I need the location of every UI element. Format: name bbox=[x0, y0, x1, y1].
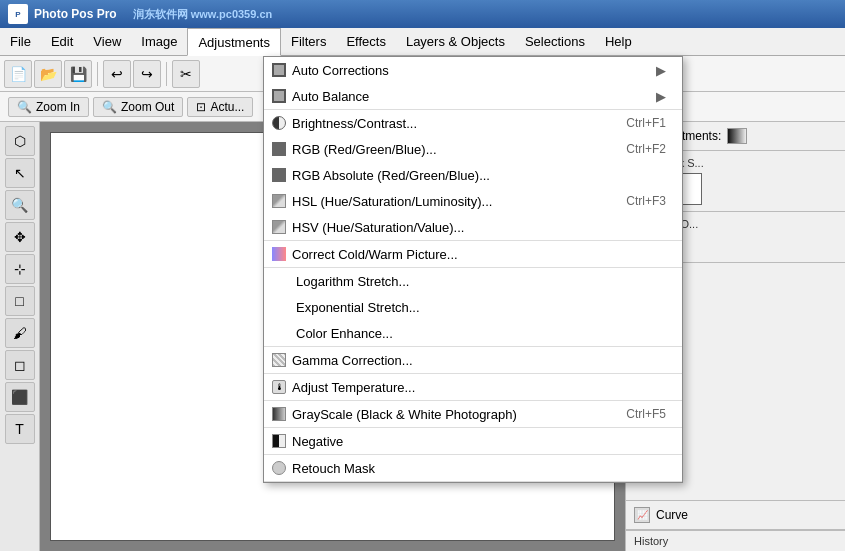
hsv-label: HSV (Hue/Saturation/Value)... bbox=[292, 220, 666, 235]
grayscale-label: GrayScale (Black & White Photograph) bbox=[292, 407, 606, 422]
exponential-label: Exponential Stretch... bbox=[296, 300, 666, 315]
menu-filters[interactable]: Filters bbox=[281, 28, 336, 55]
auto-balance-arrow: ▶ bbox=[656, 89, 666, 104]
watermark: 润东软件网 www.pc0359.cn bbox=[133, 7, 273, 22]
menu-auto-corrections[interactable]: Auto Corrections ▶ bbox=[264, 57, 682, 83]
menu-hsl[interactable]: HSL (Hue/Saturation/Luminosity)... Ctrl+… bbox=[264, 188, 682, 214]
menu-effects[interactable]: Effects bbox=[336, 28, 396, 55]
brightness-contrast-shortcut: Ctrl+F1 bbox=[626, 116, 666, 130]
menu-section-temp: 🌡 Adjust Temperature... bbox=[264, 374, 682, 401]
menu-rgb[interactable]: RGB (Red/Green/Blue)... Ctrl+F2 bbox=[264, 136, 682, 162]
menu-logarithm[interactable]: Logarithm Stretch... bbox=[264, 268, 682, 294]
menu-section-cold: Correct Cold/Warm Picture... bbox=[264, 241, 682, 268]
menu-section-retouch: Retouch Mask bbox=[264, 455, 682, 482]
app-title: Photo Pos Pro bbox=[34, 7, 117, 21]
menu-grayscale[interactable]: GrayScale (Black & White Photograph) Ctr… bbox=[264, 401, 682, 427]
menu-section-adjust: Brightness/Contrast... Ctrl+F1 RGB (Red/… bbox=[264, 110, 682, 241]
menu-edit[interactable]: Edit bbox=[41, 28, 83, 55]
auto-corrections-label: Auto Corrections bbox=[292, 63, 648, 78]
menu-adjust-temp[interactable]: 🌡 Adjust Temperature... bbox=[264, 374, 682, 400]
rgb-label: RGB (Red/Green/Blue)... bbox=[292, 142, 606, 157]
menu-gamma[interactable]: Gamma Correction... bbox=[264, 347, 682, 373]
menu-auto-balance[interactable]: Auto Balance ▶ bbox=[264, 83, 682, 109]
menu-file[interactable]: File bbox=[0, 28, 41, 55]
logarithm-label: Logarithm Stretch... bbox=[296, 274, 666, 289]
menu-section-stretch: Logarithm Stretch... Exponential Stretch… bbox=[264, 268, 682, 347]
gamma-label: Gamma Correction... bbox=[292, 353, 666, 368]
color-enhance-label: Color Enhance... bbox=[296, 326, 666, 341]
menu-rgb-absolute[interactable]: RGB Absolute (Red/Green/Blue)... bbox=[264, 162, 682, 188]
auto-balance-label: Auto Balance bbox=[292, 89, 648, 104]
grayscale-shortcut: Ctrl+F5 bbox=[626, 407, 666, 421]
menu-view[interactable]: View bbox=[83, 28, 131, 55]
rgb-icon bbox=[270, 140, 288, 158]
menu-brightness-contrast[interactable]: Brightness/Contrast... Ctrl+F1 bbox=[264, 110, 682, 136]
temp-icon: 🌡 bbox=[270, 378, 288, 396]
menu-retouch-mask[interactable]: Retouch Mask bbox=[264, 455, 682, 481]
retouch-mask-label: Retouch Mask bbox=[292, 461, 666, 476]
menu-section-negative: Negative bbox=[264, 428, 682, 455]
menu-section-gray: GrayScale (Black & White Photograph) Ctr… bbox=[264, 401, 682, 428]
menu-adjustments[interactable]: Adjustments bbox=[187, 28, 281, 56]
rgb-shortcut: Ctrl+F2 bbox=[626, 142, 666, 156]
hsl-icon bbox=[270, 192, 288, 210]
rgb-absolute-label: RGB Absolute (Red/Green/Blue)... bbox=[292, 168, 666, 183]
rgb-absolute-icon bbox=[270, 166, 288, 184]
menu-image[interactable]: Image bbox=[131, 28, 187, 55]
brightness-contrast-icon bbox=[270, 114, 288, 132]
negative-label: Negative bbox=[292, 434, 666, 449]
menu-cold-warm[interactable]: Correct Cold/Warm Picture... bbox=[264, 241, 682, 267]
grayscale-icon bbox=[270, 405, 288, 423]
menu-selections[interactable]: Selections bbox=[515, 28, 595, 55]
menu-section-gamma: Gamma Correction... bbox=[264, 347, 682, 374]
cold-warm-icon bbox=[270, 245, 288, 263]
gamma-icon bbox=[270, 351, 288, 369]
title-bar: P Photo Pos Pro 润东软件网 www.pc0359.cn bbox=[0, 0, 845, 28]
hsl-shortcut: Ctrl+F3 bbox=[626, 194, 666, 208]
auto-corrections-arrow: ▶ bbox=[656, 63, 666, 78]
adjustments-menu: Auto Corrections ▶ Auto Balance ▶ Bright… bbox=[263, 56, 683, 483]
menu-help[interactable]: Help bbox=[595, 28, 642, 55]
auto-corrections-icon bbox=[270, 61, 288, 79]
menu-hsv[interactable]: HSV (Hue/Saturation/Value)... bbox=[264, 214, 682, 240]
cold-warm-label: Correct Cold/Warm Picture... bbox=[292, 247, 666, 262]
adjust-temp-label: Adjust Temperature... bbox=[292, 380, 666, 395]
menu-color-enhance[interactable]: Color Enhance... bbox=[264, 320, 682, 346]
menu-section-auto: Auto Corrections ▶ Auto Balance ▶ bbox=[264, 57, 682, 110]
menu-exponential[interactable]: Exponential Stretch... bbox=[264, 294, 682, 320]
negative-icon bbox=[270, 432, 288, 450]
retouch-icon bbox=[270, 459, 288, 477]
menu-layers-objects[interactable]: Layers & Objects bbox=[396, 28, 515, 55]
menu-bar: File Edit View Image Adjustments Filters… bbox=[0, 28, 845, 56]
menu-negative[interactable]: Negative bbox=[264, 428, 682, 454]
hsv-icon bbox=[270, 218, 288, 236]
app-logo: P bbox=[8, 4, 28, 24]
auto-balance-icon bbox=[270, 87, 288, 105]
hsl-label: HSL (Hue/Saturation/Luminosity)... bbox=[292, 194, 606, 209]
brightness-contrast-label: Brightness/Contrast... bbox=[292, 116, 606, 131]
